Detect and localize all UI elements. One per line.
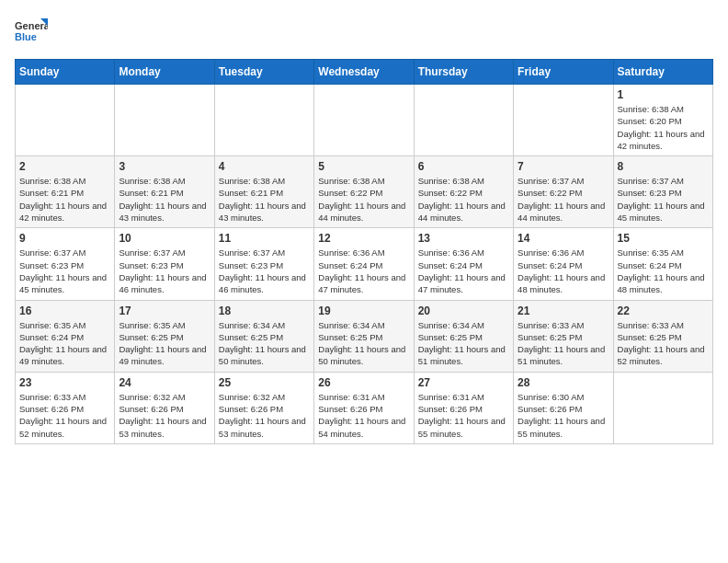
weekday-header-saturday: Saturday [613, 60, 712, 85]
day-number: 17 [119, 304, 210, 317]
day-number: 10 [119, 232, 210, 245]
calendar-cell: 1Sunrise: 6:38 AM Sunset: 6:20 PM Daylig… [613, 85, 712, 156]
calendar-cell: 13Sunrise: 6:36 AM Sunset: 6:24 PM Dayli… [414, 228, 513, 300]
day-info: Sunrise: 6:38 AM Sunset: 6:20 PM Dayligh… [618, 103, 709, 152]
day-info: Sunrise: 6:37 AM Sunset: 6:23 PM Dayligh… [19, 247, 110, 295]
calendar-cell: 3Sunrise: 6:38 AM Sunset: 6:21 PM Daylig… [115, 156, 214, 228]
day-info: Sunrise: 6:33 AM Sunset: 6:26 PM Dayligh… [19, 391, 110, 440]
calendar-cell: 6Sunrise: 6:38 AM Sunset: 6:22 PM Daylig… [414, 156, 513, 228]
day-number: 8 [618, 160, 709, 173]
day-info: Sunrise: 6:38 AM Sunset: 6:22 PM Dayligh… [418, 175, 509, 224]
day-info: Sunrise: 6:35 AM Sunset: 6:24 PM Dayligh… [618, 247, 709, 295]
calendar-cell: 7Sunrise: 6:37 AM Sunset: 6:22 PM Daylig… [514, 156, 613, 228]
day-number: 16 [19, 304, 110, 317]
calendar-cell [115, 85, 214, 156]
day-number: 14 [518, 232, 609, 245]
calendar-cell: 17Sunrise: 6:35 AM Sunset: 6:25 PM Dayli… [115, 300, 214, 372]
day-number: 12 [318, 232, 409, 245]
day-number: 20 [418, 304, 509, 317]
day-info: Sunrise: 6:32 AM Sunset: 6:26 PM Dayligh… [219, 391, 310, 440]
calendar-cell [214, 85, 313, 156]
calendar-cell: 28Sunrise: 6:30 AM Sunset: 6:26 PM Dayli… [514, 372, 613, 443]
calendar-cell: 20Sunrise: 6:34 AM Sunset: 6:25 PM Dayli… [414, 300, 513, 372]
day-info: Sunrise: 6:36 AM Sunset: 6:24 PM Dayligh… [418, 247, 509, 295]
calendar-cell: 26Sunrise: 6:31 AM Sunset: 6:26 PM Dayli… [314, 372, 414, 443]
day-info: Sunrise: 6:36 AM Sunset: 6:24 PM Dayligh… [518, 247, 609, 295]
calendar-cell [314, 85, 414, 156]
calendar-cell [16, 85, 115, 156]
day-number: 18 [219, 304, 310, 317]
weekday-header-thursday: Thursday [414, 60, 513, 85]
weekday-header-row: SundayMondayTuesdayWednesdayThursdayFrid… [16, 60, 713, 85]
day-info: Sunrise: 6:33 AM Sunset: 6:25 PM Dayligh… [518, 319, 609, 368]
svg-text:Blue: Blue [15, 31, 37, 42]
calendar-cell: 5Sunrise: 6:38 AM Sunset: 6:22 PM Daylig… [314, 156, 414, 228]
calendar-cell: 9Sunrise: 6:37 AM Sunset: 6:23 PM Daylig… [16, 228, 115, 300]
calendar-week-2: 9Sunrise: 6:37 AM Sunset: 6:23 PM Daylig… [16, 228, 713, 300]
calendar-week-0: 1Sunrise: 6:38 AM Sunset: 6:20 PM Daylig… [16, 85, 713, 156]
logo-graphic: General Blue [15, 15, 48, 48]
calendar: SundayMondayTuesdayWednesdayThursdayFrid… [15, 59, 713, 444]
weekday-header-tuesday: Tuesday [214, 60, 313, 85]
logo-svg: General Blue [15, 15, 48, 48]
logo: General Blue [15, 15, 48, 48]
day-number: 3 [119, 160, 210, 173]
day-info: Sunrise: 6:36 AM Sunset: 6:24 PM Dayligh… [318, 247, 409, 295]
day-number: 15 [618, 232, 709, 245]
day-number: 4 [219, 160, 310, 173]
day-number: 7 [518, 160, 609, 173]
calendar-cell: 19Sunrise: 6:34 AM Sunset: 6:25 PM Dayli… [314, 300, 414, 372]
day-info: Sunrise: 6:35 AM Sunset: 6:24 PM Dayligh… [19, 319, 110, 368]
day-number: 22 [618, 304, 709, 317]
day-info: Sunrise: 6:37 AM Sunset: 6:23 PM Dayligh… [618, 175, 709, 224]
weekday-header-monday: Monday [115, 60, 214, 85]
day-info: Sunrise: 6:38 AM Sunset: 6:21 PM Dayligh… [119, 175, 210, 224]
calendar-cell: 10Sunrise: 6:37 AM Sunset: 6:23 PM Dayli… [115, 228, 214, 300]
svg-text:General: General [15, 20, 48, 31]
calendar-cell: 11Sunrise: 6:37 AM Sunset: 6:23 PM Dayli… [214, 228, 313, 300]
calendar-cell: 21Sunrise: 6:33 AM Sunset: 6:25 PM Dayli… [514, 300, 613, 372]
day-info: Sunrise: 6:38 AM Sunset: 6:22 PM Dayligh… [318, 175, 409, 224]
day-number: 1 [618, 88, 709, 101]
calendar-week-3: 16Sunrise: 6:35 AM Sunset: 6:24 PM Dayli… [16, 300, 713, 372]
day-number: 25 [219, 376, 310, 389]
calendar-cell: 24Sunrise: 6:32 AM Sunset: 6:26 PM Dayli… [115, 372, 214, 443]
day-number: 2 [19, 160, 110, 173]
calendar-cell: 8Sunrise: 6:37 AM Sunset: 6:23 PM Daylig… [613, 156, 712, 228]
day-number: 21 [518, 304, 609, 317]
day-info: Sunrise: 6:31 AM Sunset: 6:26 PM Dayligh… [318, 391, 409, 440]
day-number: 28 [518, 376, 609, 389]
weekday-header-sunday: Sunday [16, 60, 115, 85]
day-number: 26 [318, 376, 409, 389]
weekday-header-friday: Friday [514, 60, 613, 85]
calendar-cell [613, 372, 712, 443]
day-number: 24 [119, 376, 210, 389]
day-info: Sunrise: 6:34 AM Sunset: 6:25 PM Dayligh… [219, 319, 310, 368]
calendar-cell: 27Sunrise: 6:31 AM Sunset: 6:26 PM Dayli… [414, 372, 513, 443]
calendar-week-1: 2Sunrise: 6:38 AM Sunset: 6:21 PM Daylig… [16, 156, 713, 228]
day-number: 27 [418, 376, 509, 389]
day-info: Sunrise: 6:37 AM Sunset: 6:23 PM Dayligh… [119, 247, 210, 295]
calendar-cell: 4Sunrise: 6:38 AM Sunset: 6:21 PM Daylig… [214, 156, 313, 228]
calendar-cell [514, 85, 613, 156]
calendar-cell: 16Sunrise: 6:35 AM Sunset: 6:24 PM Dayli… [16, 300, 115, 372]
calendar-cell: 25Sunrise: 6:32 AM Sunset: 6:26 PM Dayli… [214, 372, 313, 443]
logo-container: General Blue [15, 15, 48, 48]
calendar-cell: 23Sunrise: 6:33 AM Sunset: 6:26 PM Dayli… [16, 372, 115, 443]
day-info: Sunrise: 6:31 AM Sunset: 6:26 PM Dayligh… [418, 391, 509, 440]
day-info: Sunrise: 6:34 AM Sunset: 6:25 PM Dayligh… [318, 319, 409, 368]
day-info: Sunrise: 6:38 AM Sunset: 6:21 PM Dayligh… [219, 175, 310, 224]
calendar-cell: 15Sunrise: 6:35 AM Sunset: 6:24 PM Dayli… [613, 228, 712, 300]
weekday-header-wednesday: Wednesday [314, 60, 414, 85]
day-number: 9 [19, 232, 110, 245]
day-info: Sunrise: 6:37 AM Sunset: 6:22 PM Dayligh… [518, 175, 609, 224]
header-area: General Blue [15, 15, 713, 48]
day-info: Sunrise: 6:37 AM Sunset: 6:23 PM Dayligh… [219, 247, 310, 295]
day-number: 6 [418, 160, 509, 173]
day-info: Sunrise: 6:34 AM Sunset: 6:25 PM Dayligh… [418, 319, 509, 368]
day-number: 23 [19, 376, 110, 389]
day-info: Sunrise: 6:35 AM Sunset: 6:25 PM Dayligh… [119, 319, 210, 368]
day-info: Sunrise: 6:38 AM Sunset: 6:21 PM Dayligh… [19, 175, 110, 224]
calendar-cell: 22Sunrise: 6:33 AM Sunset: 6:25 PM Dayli… [613, 300, 712, 372]
calendar-cell: 14Sunrise: 6:36 AM Sunset: 6:24 PM Dayli… [514, 228, 613, 300]
